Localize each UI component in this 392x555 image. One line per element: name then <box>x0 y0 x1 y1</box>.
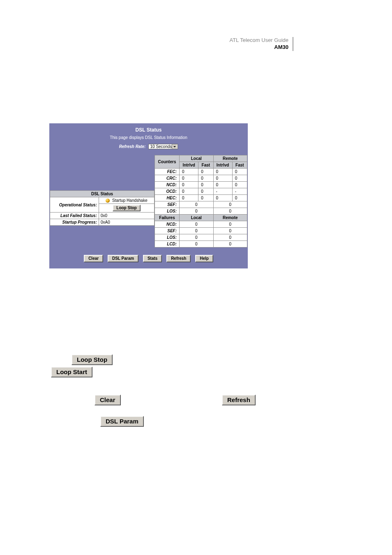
counters-local-header: Local <box>180 155 213 162</box>
refresh-button-big[interactable]: Refresh <box>222 395 256 405</box>
counters-remote-intrlvd: Intrlvd <box>213 162 232 169</box>
counters-local-fast: Fast <box>198 162 213 169</box>
panel-button-row: Clear DSL Param Stats Refresh Help <box>50 247 247 268</box>
operational-status-label: Operational Status: <box>50 197 99 213</box>
counter-row: LOS:00 <box>155 208 247 215</box>
status-ball-icon <box>106 199 110 203</box>
loop-stop-button[interactable]: Loop Stop <box>71 354 113 365</box>
clear-button-big[interactable]: Clear <box>95 395 121 405</box>
failure-row: SEF:00 <box>155 228 247 234</box>
doc-header: ATL Telecom User Guide AM30 <box>229 37 293 51</box>
operational-status-value: Startup Handshake <box>99 197 154 204</box>
dsl-status-panel: DSL Status This page displays DSL Status… <box>49 123 248 268</box>
counter-row: FEC:0000 <box>155 169 247 175</box>
doc-header-line1: ATL Telecom User Guide <box>229 37 288 44</box>
help-button[interactable]: Help <box>195 255 213 262</box>
last-failed-label: Last Failed Status: <box>50 213 99 219</box>
chevron-down-icon <box>172 144 177 149</box>
refresh-rate-value: 10 Seconds <box>150 144 172 149</box>
dsl-status-header: DSL Status <box>50 191 154 197</box>
dsl-param-button-big[interactable]: DSL Param <box>100 416 144 427</box>
failure-row: LCD:00 <box>155 241 247 247</box>
refresh-rate-select[interactable]: 10 Seconds <box>148 144 178 149</box>
refresh-rate-row: Refresh Rate: 10 Seconds <box>50 144 247 155</box>
counter-row: SEF:00 <box>155 201 247 208</box>
refresh-rate-label: Refresh Rate: <box>119 144 146 149</box>
counter-row: CRC:0000 <box>155 175 247 182</box>
clear-button[interactable]: Clear <box>84 255 103 262</box>
panel-desc: This page displays DSL Status Informatio… <box>50 135 247 144</box>
stats-button[interactable]: Stats <box>143 255 162 262</box>
last-failed-value: 0x0 <box>99 213 154 219</box>
dsl-status-table: DSL Status Operational Status: Startup H… <box>50 190 154 226</box>
startup-progress-label: Startup Progress: <box>50 219 99 226</box>
dsl-status-block: DSL Status Operational Status: Startup H… <box>50 155 154 226</box>
counters-remote-header: Remote <box>213 155 247 162</box>
doc-header-line2: AM30 <box>229 44 288 51</box>
dsl-param-button[interactable]: DSL Param <box>108 255 138 262</box>
counter-row: NCD:0000 <box>155 182 247 188</box>
failures-header: Failures <box>155 215 180 221</box>
failure-row: NCD:00 <box>155 221 247 228</box>
counters-local-intrlvd: Intrlvd <box>180 162 198 169</box>
counters-block: Counters Local Remote Intrlvd Fast Intrl… <box>154 155 247 247</box>
counter-row: OCD:00-- <box>155 188 247 195</box>
loop-stop-button-inline[interactable]: Loop Stop <box>113 205 140 211</box>
failures-remote-header: Remote <box>213 215 247 221</box>
startup-progress-value: 0xA0 <box>99 219 154 226</box>
failure-row: LOS:00 <box>155 234 247 241</box>
loop-start-button[interactable]: Loop Start <box>51 367 92 377</box>
operational-status-text: Startup Handshake <box>112 198 148 203</box>
counters-remote-fast: Fast <box>232 162 247 169</box>
panel-title: DSL Status <box>50 124 247 135</box>
counters-table: Counters Local Remote Intrlvd Fast Intrl… <box>154 155 247 247</box>
failures-local-header: Local <box>180 215 213 221</box>
counters-header: Counters <box>155 155 180 169</box>
counter-row: HEC:0000 <box>155 195 247 201</box>
refresh-button[interactable]: Refresh <box>166 255 191 262</box>
